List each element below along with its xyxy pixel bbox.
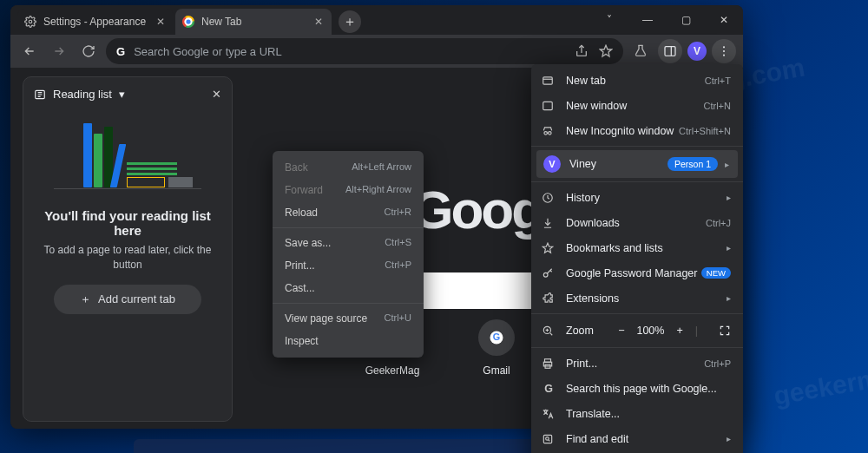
reading-list-panel: Reading list ▾ ✕ You'll find your readin… [23,76,233,422]
main-menu: New tabCtrl+T New windowCtrl+N New Incog… [531,64,743,453]
svg-point-0 [29,20,32,23]
google-g-icon: G [116,45,125,58]
newtab-icon [542,75,556,87]
share-icon[interactable] [575,44,589,58]
close-button[interactable]: ✕ [705,5,743,35]
svg-point-2 [186,19,190,23]
caret-down-icon[interactable]: ˅ [590,5,628,35]
history-icon [542,192,556,204]
tab-settings[interactable]: Settings - Appearance ✕ [17,9,174,35]
panel-heading: You'll find your reading list here [39,208,216,238]
profile-avatar[interactable]: V [687,42,707,61]
svg-text:G: G [493,332,500,342]
close-icon[interactable]: ✕ [212,88,221,101]
find-icon [542,433,556,445]
globe-icon [182,16,194,28]
star-icon [542,242,556,254]
close-icon[interactable]: ✕ [156,16,168,28]
menu-downloads[interactable]: DownloadsCtrl+J [531,210,743,235]
shortcut-label: Gmail [483,364,510,377]
labs-icon[interactable] [628,39,653,63]
watermark: geekermag.com [772,347,868,410]
close-icon[interactable]: ✕ [314,16,326,28]
menu-extensions[interactable]: Extensions▸ [531,286,743,311]
menu-bookmarks[interactable]: Bookmarks and lists▸ [531,235,743,260]
svg-rect-23 [543,435,551,443]
tab-label: Settings - Appearance [43,16,146,28]
fullscreen-icon[interactable] [719,325,731,337]
menu-history[interactable]: History▸ [531,185,743,210]
svg-point-18 [543,272,548,277]
shortcut-icon: G [478,319,515,356]
reading-list-icon [34,89,46,101]
ctx-saveas[interactable]: Save as...Ctrl+S [273,232,424,254]
svg-rect-13 [543,76,553,83]
svg-point-8 [723,50,725,52]
ctx-cast[interactable]: Cast... [273,277,424,299]
side-panel-icon[interactable] [658,39,682,63]
ctx-forward[interactable]: ForwardAlt+Right Arrow [273,179,424,201]
menu-find-edit[interactable]: Find and edit▸ [531,426,743,451]
zoom-in-button[interactable]: + [676,325,682,337]
key-icon [542,267,556,279]
shortcut-gmail[interactable]: G Gmail [453,319,540,377]
print-icon [542,358,556,370]
reading-list-illustration [54,113,201,200]
menu-zoom: Zoom − 100% + | [531,317,743,345]
svg-point-15 [544,131,548,135]
translate-icon [542,408,556,420]
star-icon[interactable] [599,44,613,58]
minimize-button[interactable]: — [628,5,667,35]
menu-incognito[interactable]: New Incognito windowCtrl+Shift+N [531,118,743,143]
menu-new-window[interactable]: New windowCtrl+N [531,93,743,118]
menu-new-tab[interactable]: New tabCtrl+T [531,68,743,93]
gear-icon [24,16,36,28]
reload-button[interactable] [76,39,101,63]
ctx-back[interactable]: BackAlt+Left Arrow [273,156,424,179]
toolbar: G Search Google or type a URL V [10,35,743,68]
download-icon [542,217,556,229]
plus-icon: ＋ [80,292,91,307]
svg-rect-6 [665,47,675,56]
profile-name: Viney [569,158,596,170]
new-badge: NEW [701,267,731,279]
shortcut-label: GeekerMag [365,364,420,377]
ctx-print[interactable]: Print...Ctrl+P [273,254,424,277]
zoom-label: Zoom [566,325,594,337]
ctx-view-source[interactable]: View page sourceCtrl+U [273,307,424,330]
address-bar[interactable]: G Search Google or type a URL [106,38,623,64]
kebab-menu-icon[interactable] [712,39,736,63]
panel-title[interactable]: Reading list [53,88,112,101]
ctx-reload[interactable]: ReloadCtrl+R [273,201,424,224]
tab-newtab[interactable]: New Tab ✕ [175,9,332,35]
new-tab-button[interactable]: ＋ [339,10,361,33]
maximize-button[interactable]: ▢ [667,5,705,35]
newwindow-icon [542,100,556,112]
add-button-label: Add current tab [98,292,175,305]
svg-point-16 [549,131,552,135]
svg-point-7 [723,46,725,48]
svg-rect-14 [543,102,553,109]
google-g-icon: G [542,383,556,395]
omnibox-placeholder: Search Google or type a URL [134,45,282,58]
chevron-down-icon[interactable]: ▾ [119,88,125,101]
zoom-out-button[interactable]: − [618,325,624,337]
tab-strip: Settings - Appearance ✕ New Tab ✕ ＋ ˅ — … [10,5,743,35]
menu-print[interactable]: Print...Ctrl+P [531,351,743,376]
menu-profile[interactable]: V Viney Person 1 ▸ [536,150,738,178]
forward-button[interactable] [47,39,71,63]
ctx-inspect[interactable]: Inspect [273,330,424,352]
window-controls: ˅ — ▢ ✕ [590,5,743,35]
menu-search-page[interactable]: GSearch this page with Google... [531,376,743,401]
chevron-right-icon: ▸ [725,160,729,169]
svg-point-9 [723,55,725,56]
menu-password[interactable]: Google Password ManagerNEW [531,260,743,286]
tab-label: New Tab [201,16,241,28]
profile-avatar-small: V [543,155,561,173]
puzzle-icon [542,292,556,305]
add-current-tab-button[interactable]: ＋ Add current tab [54,285,201,314]
back-button[interactable] [17,39,42,63]
menu-translate[interactable]: Translate... [531,401,743,426]
context-menu: BackAlt+Left Arrow ForwardAlt+Right Arro… [273,151,424,358]
profile-badge: Person 1 [667,157,718,171]
